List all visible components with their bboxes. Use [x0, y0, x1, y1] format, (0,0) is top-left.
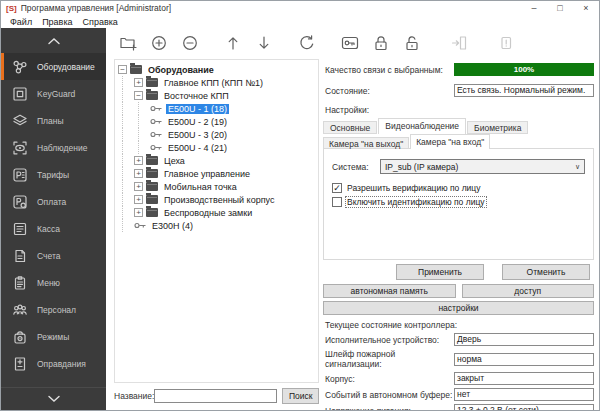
tree-node-label: Производственный корпус: [162, 195, 276, 205]
status-row: Напряжение питания:12,3 ± 0,2 В (от сети…: [323, 404, 594, 411]
sidebar-item-personnel[interactable]: Персонал: [1, 296, 106, 323]
sidebar-scroll-up[interactable]: [1, 28, 106, 53]
checked-checkbox-icon[interactable]: ✓: [332, 183, 342, 193]
lock-button[interactable]: [371, 33, 391, 53]
sidebar-item-equipment[interactable]: Оборудование: [1, 53, 106, 80]
add-group-button[interactable]: [118, 33, 138, 53]
remove-icon: [180, 33, 200, 53]
sidebar-item-surveillance[interactable]: Наблюдение: [1, 134, 106, 161]
status-label: Корпус:: [323, 374, 454, 384]
toolbar: [106, 28, 599, 58]
tab-1[interactable]: Видеонаблюдение: [378, 118, 466, 134]
checkbox-row-0[interactable]: ✓Разрешить верификацию по лицу: [332, 183, 585, 193]
device-key-icon: [150, 130, 163, 139]
subtab-0[interactable]: Камера "на выход": [323, 137, 409, 149]
folder-icon: [146, 208, 158, 217]
unlock-button[interactable]: [402, 33, 422, 53]
sidebar-item-menu[interactable]: Меню: [1, 269, 106, 296]
menu-item-0[interactable]: Файл: [5, 17, 37, 27]
unchecked-checkbox-icon[interactable]: [332, 197, 342, 207]
autonomous-memory-button[interactable]: автономная память: [323, 284, 456, 298]
window-title: Программа управления [Administrator]: [21, 3, 171, 13]
tree-node-label: Беспроводные замки: [162, 208, 254, 218]
add-button[interactable]: [149, 33, 169, 53]
tree-node[interactable]: +Цеха: [118, 154, 318, 167]
tab-0[interactable]: Основные: [323, 121, 377, 134]
sidebar-item-modes[interactable]: Режимы: [1, 323, 106, 350]
tree-node[interactable]: −Восточное КПП: [118, 89, 318, 102]
tree-node[interactable]: E500U - 2 (19): [118, 115, 318, 128]
window-controls: – □ ×: [521, 1, 599, 15]
maximize-button[interactable]: □: [547, 1, 573, 15]
menu-item-1[interactable]: Правка: [37, 17, 77, 27]
sidebar-item-plans[interactable]: Планы: [1, 107, 106, 134]
tree-node[interactable]: +Главное управление: [118, 167, 318, 180]
expand-icon[interactable]: +: [134, 208, 143, 217]
subtab-1[interactable]: Камера "на вход": [410, 134, 490, 149]
tree-node[interactable]: E500U - 3 (20): [118, 128, 318, 141]
remove-button[interactable]: [180, 33, 200, 53]
close-button[interactable]: ×: [573, 1, 599, 15]
plans-icon: [11, 112, 29, 130]
tree-guide: [118, 128, 134, 141]
sidebar-item-accounts[interactable]: Счета: [1, 242, 106, 269]
system-label: Система:: [332, 162, 380, 172]
sidebar: ОборудованиеKeyGuardПланыНаблюдениеТариф…: [1, 28, 106, 410]
tree-node[interactable]: E300H (4): [118, 219, 318, 232]
tree-guide: [118, 219, 134, 232]
status-value: нет: [454, 388, 594, 401]
collapse-icon[interactable]: −: [134, 91, 143, 100]
controller-state-title: Текущее состояние контроллера:: [323, 320, 594, 330]
cancel-button[interactable]: Отменить: [502, 264, 590, 280]
cashdesk-icon: [11, 220, 29, 238]
tree-guide: [134, 115, 150, 128]
tree-node-label: Цеха: [162, 156, 187, 166]
tree-node-label: E500U - 2 (19): [166, 117, 229, 127]
search-button[interactable]: Поиск: [282, 388, 319, 404]
tree-node[interactable]: E500U - 4 (21): [118, 141, 318, 154]
folder-icon: [130, 65, 142, 74]
sidebar-item-tariffs[interactable]: Тарифы: [1, 161, 106, 188]
expand-icon[interactable]: +: [134, 156, 143, 165]
expand-icon[interactable]: +: [134, 182, 143, 191]
move-up-button[interactable]: [223, 33, 243, 53]
tree-guide: [118, 167, 134, 180]
expand-icon[interactable]: +: [134, 169, 143, 178]
sidebar-item-payment[interactable]: Оплата: [1, 188, 106, 215]
status-label: Исполнительное устройство:: [323, 335, 454, 345]
sidebar-item-justifications[interactable]: Оправдания: [1, 350, 106, 377]
apply-button[interactable]: Применить: [396, 264, 484, 280]
checkbox-row-1[interactable]: Включить идентификацию по лицу: [332, 197, 585, 207]
minimize-button[interactable]: –: [521, 1, 547, 15]
tree-guide: [118, 141, 134, 154]
sidebar-scroll-down[interactable]: [1, 387, 106, 410]
status-label: Событий в автономном буфере:: [323, 390, 454, 400]
menubar: ФайлПравкаСправка: [1, 15, 599, 28]
search-row: Название: Поиск: [114, 388, 319, 404]
tree-node[interactable]: +Мобильная точка: [118, 180, 318, 193]
sidebar-item-cashdesk[interactable]: Касса: [1, 215, 106, 242]
folder-icon: [146, 156, 158, 165]
collapse-icon[interactable]: −: [118, 65, 127, 74]
tree-node[interactable]: −Оборудование: [118, 63, 318, 76]
sidebar-item-keyguard[interactable]: KeyGuard: [1, 80, 106, 107]
expand-icon[interactable]: +: [134, 78, 143, 87]
status-row: Событий в автономном буфере:нет: [323, 388, 594, 401]
move-down-button[interactable]: [254, 33, 274, 53]
menu-item-2[interactable]: Справка: [78, 17, 123, 27]
access-button[interactable]: доступ: [462, 284, 595, 298]
search-input[interactable]: [154, 389, 277, 403]
key-button[interactable]: [340, 33, 360, 53]
tab-2[interactable]: Биометрика: [467, 121, 528, 134]
tree-node[interactable]: +Производственный корпус: [118, 193, 318, 206]
system-select[interactable]: IP_sub (IP камера) ∨: [380, 159, 585, 174]
settings-button[interactable]: настройки: [323, 301, 594, 315]
device-key-icon: [134, 221, 147, 230]
refresh-button[interactable]: [297, 33, 317, 53]
justifications-icon: [11, 355, 29, 373]
tree-node[interactable]: +Беспроводные замки: [118, 206, 318, 219]
expand-icon[interactable]: +: [134, 195, 143, 204]
tree-node[interactable]: E500U - 1 (18): [118, 102, 318, 115]
sidebar-item-label: Персонал: [37, 305, 76, 315]
tree-node[interactable]: +Главное КПП (КПП №1): [118, 76, 318, 89]
